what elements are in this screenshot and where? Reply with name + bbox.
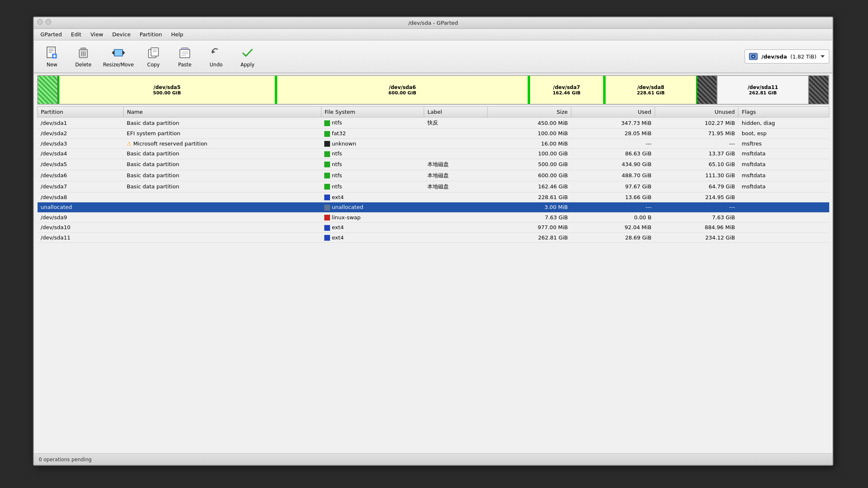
disk-visual-sda9-11-left[interactable] <box>697 76 717 104</box>
disk-visual-sda5[interactable]: /dev/sda5 500.00 GiB <box>58 76 276 104</box>
cell-partition: unallocated <box>38 202 124 213</box>
table-row[interactable]: /dev/sda10 ext4 977.00 MiB 92.04 MiB 884… <box>38 223 829 233</box>
cell-flags <box>738 202 829 213</box>
table-row[interactable]: /dev/sda5 Basic data partition ntfs 本地磁盘… <box>38 159 829 170</box>
disk-visual-sda6[interactable]: /dev/sda6 600.00 GiB <box>276 76 529 104</box>
table-row[interactable]: /dev/sda9 linux-swap 7.63 GiB 0.00 B 7.6… <box>38 212 829 223</box>
cell-unused: --- <box>655 138 738 149</box>
disk-visual-sda8[interactable]: /dev/sda8 228.61 GiB <box>604 76 698 104</box>
disk-visual-sda6-size: 600.00 GiB <box>389 90 416 96</box>
window-minimize-btn[interactable] <box>45 19 51 25</box>
disk-visual-sda11-name: /dev/sda11 <box>748 84 778 90</box>
table-row[interactable]: /dev/sda4 Basic data partition ntfs 100.… <box>38 149 829 159</box>
undo-button[interactable]: Undo <box>201 42 231 70</box>
table-row[interactable]: /dev/sda6 Basic data partition ntfs 本地磁盘… <box>38 170 829 181</box>
cell-partition: /dev/sda2 <box>38 129 124 139</box>
cell-label: 本地磁盘 <box>424 181 488 192</box>
new-icon <box>45 45 59 60</box>
table-row[interactable]: /dev/sda1 Basic data partition ntfs 快反 4… <box>38 117 829 129</box>
col-unused: Unused <box>655 107 738 117</box>
cell-used: 347.73 MiB <box>571 117 655 129</box>
resize-move-button[interactable]: Resize/Move <box>100 42 137 70</box>
cell-unused: 214.95 GiB <box>655 192 738 202</box>
cell-filesystem: ntfs <box>321 181 424 192</box>
paste-button[interactable]: Paste <box>170 42 200 70</box>
cell-flags: msftdata <box>738 181 829 192</box>
cell-filesystem: linux-swap <box>321 212 424 223</box>
status-text: 0 operations pending <box>39 457 92 462</box>
menu-view[interactable]: View <box>86 30 107 38</box>
cell-size: 7.63 GiB <box>488 212 571 223</box>
svg-marker-13 <box>112 50 114 55</box>
table-row[interactable]: /dev/sda7 Basic data partition ntfs 本地磁盘… <box>38 181 829 192</box>
disk-visual-sda5-size: 500.00 GiB <box>153 90 181 96</box>
cell-name: EFI system partition <box>123 129 321 139</box>
cell-size: 977.00 MiB <box>488 223 571 233</box>
cell-filesystem: ext4 <box>321 232 424 243</box>
disk-visual-sda9-11-right[interactable] <box>809 76 828 104</box>
copy-label: Copy <box>147 62 160 68</box>
device-size: (1.82 TiB) <box>790 54 816 60</box>
cell-unused: 71.95 MiB <box>655 129 738 139</box>
disk-visual-sda7[interactable]: /dev/sda7 162.46 GiB <box>529 76 604 104</box>
cell-used: 97.67 GiB <box>571 181 655 192</box>
table-row[interactable]: unallocated unallocated 3.00 MiB --- --- <box>38 202 829 213</box>
cell-size: 3.00 MiB <box>488 202 571 213</box>
cell-partition: /dev/sda11 <box>38 232 124 243</box>
col-name: Name <box>123 107 321 117</box>
cell-partition: /dev/sda10 <box>38 223 124 233</box>
cell-size: 162.46 GiB <box>488 181 571 192</box>
cell-unused: 13.37 GiB <box>655 149 738 159</box>
cell-used: 434.90 GiB <box>571 159 655 170</box>
cell-name: Basic data partition <box>123 117 321 129</box>
disk-visual-sda5-name: /dev/sda5 <box>153 84 181 90</box>
cell-unused: 65.10 GiB <box>655 159 738 170</box>
menu-gparted[interactable]: GParted <box>36 30 66 38</box>
disk-visual-sda8-size: 228.61 GiB <box>637 90 665 96</box>
disk-visual-sda11[interactable]: /dev/sda11 262.81 GiB <box>717 76 809 104</box>
cell-flags <box>738 192 829 202</box>
copy-button[interactable]: Copy <box>139 42 168 70</box>
table-row[interactable]: /dev/sda2 EFI system partition fat32 100… <box>38 129 829 139</box>
cell-name: ⚠Microsoft reserved partition <box>123 138 321 149</box>
cell-flags <box>738 212 829 223</box>
new-button[interactable]: New <box>37 42 67 70</box>
dropdown-icon <box>820 54 826 59</box>
menu-help[interactable]: Help <box>167 30 188 38</box>
cell-label <box>424 223 488 233</box>
cell-filesystem: ntfs <box>321 170 424 181</box>
cell-label <box>424 192 488 202</box>
table-row[interactable]: /dev/sda3 ⚠Microsoft reserved partition … <box>38 138 829 149</box>
menu-partition[interactable]: Partition <box>136 30 166 38</box>
window-close-btn[interactable] <box>37 19 43 25</box>
cell-flags <box>738 232 829 243</box>
svg-rect-16 <box>151 48 158 56</box>
table-container[interactable]: Partition Name File System Label Size Us… <box>34 106 833 463</box>
cell-flags: hidden, diag <box>738 117 829 129</box>
menu-device[interactable]: Device <box>108 30 134 38</box>
device-selector[interactable]: /dev/sda (1.82 TiB) <box>745 49 829 63</box>
col-partition: Partition <box>38 107 124 117</box>
status-bar: 0 operations pending <box>34 453 833 465</box>
table-row[interactable]: /dev/sda8 ext4 228.61 GiB 13.66 GiB 214.… <box>38 192 829 202</box>
cell-unused: 111.30 GiB <box>655 170 738 181</box>
title-bar-controls <box>37 19 51 25</box>
disk-visual-sda8-name: /dev/sda8 <box>637 84 665 90</box>
cell-label <box>424 232 488 243</box>
cell-filesystem: ntfs <box>321 149 424 159</box>
menu-edit[interactable]: Edit <box>67 30 85 38</box>
disk-visual-sda1-4[interactable] <box>38 76 58 104</box>
toolbar: New Delete <box>34 40 833 73</box>
cell-name <box>123 192 321 202</box>
cell-size: 600.00 GiB <box>488 170 571 181</box>
cell-name <box>123 223 321 233</box>
main-window: /dev/sda - GParted GParted Edit View Dev… <box>33 16 833 466</box>
cell-label <box>424 138 488 149</box>
table-row[interactable]: /dev/sda11 ext4 262.81 GiB 28.69 GiB 234… <box>38 232 829 243</box>
partition-table: Partition Name File System Label Size Us… <box>37 106 829 243</box>
apply-button[interactable]: Apply <box>233 42 262 70</box>
delete-button[interactable]: Delete <box>68 42 98 70</box>
cell-size: 100.00 GiB <box>488 149 571 159</box>
cell-filesystem: ext4 <box>321 223 424 233</box>
paste-icon <box>177 45 192 60</box>
